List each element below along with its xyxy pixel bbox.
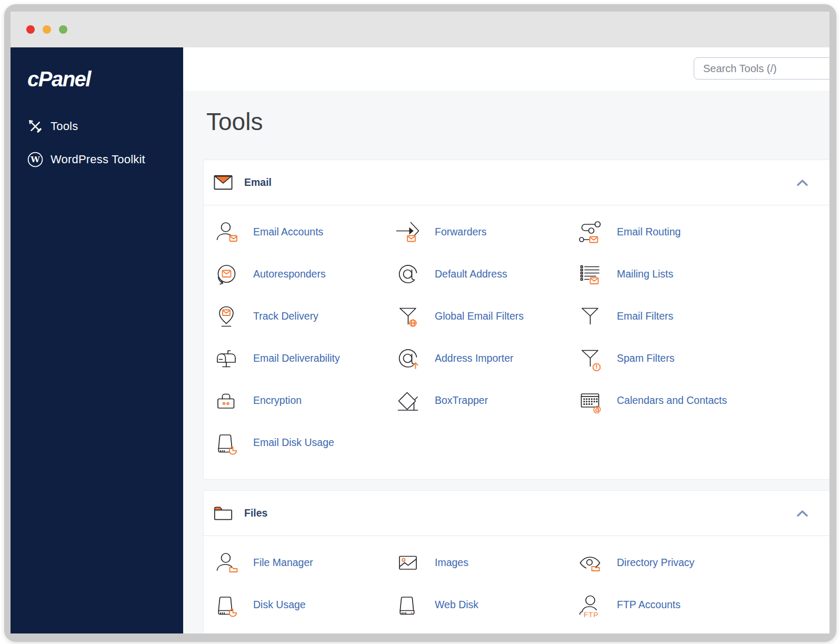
autoresponders-icon [214,262,253,287]
tool-link-disk-usage[interactable]: Disk Usage [214,584,395,626]
collapse-section-button[interactable] [794,508,811,519]
boxtrapper-icon [395,388,435,413]
tool-link-label: Email Filters [617,310,673,322]
main-area: Tools Email Email Accounts Forwarders Em… [183,47,829,633]
sidebar-item-wordpress-toolkit[interactable]: W WordPress Toolkit [27,145,183,174]
traffic-lights [26,25,67,34]
tool-link-file-manager[interactable]: File Manager [214,542,395,584]
tool-link-email-disk-usage[interactable]: Email Disk Usage [214,422,395,464]
files-section-icon [214,506,233,521]
minimize-button[interactable] [43,25,51,34]
search-input[interactable] [694,57,829,80]
chevron-up-icon [796,180,808,188]
tool-link-label: Autoresponders [253,268,326,280]
sidebar-item-label: Tools [51,120,78,133]
tool-link-images[interactable]: Images [395,542,577,584]
tool-link-label: Email Deliverability [253,352,340,364]
tool-link-address-importer[interactable]: Address Importer [395,338,577,380]
spam-filters-icon [577,346,617,371]
tool-link-label: Spam Filters [617,352,674,364]
wordpress-icon: W [27,152,43,167]
tool-link-label: Track Delivery [253,310,318,322]
zoom-button[interactable] [59,25,67,34]
tool-link-directory-privacy[interactable]: Directory Privacy [577,542,829,584]
ftp-accounts-icon: FTP [577,592,617,618]
app-frame: cPanel Tools W WordPress Toolkit Tools E… [11,12,829,633]
close-button[interactable] [26,25,35,34]
file-manager-icon [214,550,253,576]
tool-link-label: Forwarders [435,226,487,238]
disk-usage-icon [214,592,253,618]
sidebar-item-tools[interactable]: Tools [27,112,183,141]
sidebar-item-label: WordPress Toolkit [51,153,145,166]
tool-link-email-accounts[interactable]: Email Accounts [214,211,395,253]
sidebar: cPanel Tools W WordPress Toolkit [11,47,183,633]
browser-window: cPanel Tools W WordPress Toolkit Tools E… [4,4,836,642]
email-filters-icon [577,304,617,329]
section-header: Email [204,160,829,205]
tool-link-label: FTP Accounts [617,599,681,611]
svg-text:W: W [30,154,40,164]
tool-link-label: BoxTrapper [435,394,488,407]
tool-link-default-address[interactable]: Default Address [395,253,577,295]
tool-link-email-routing[interactable]: Email Routing [577,211,829,253]
email-section-icon [214,175,233,190]
tool-link-label: Address Importer [435,352,514,364]
tool-link-label: Mailing Lists [617,268,673,280]
mailing-lists-icon [577,262,617,287]
tool-link-label: Web Disk [435,599,478,611]
email-deliverability-icon [214,346,253,371]
tool-link-email-deliverability[interactable]: Email Deliverability [214,338,395,380]
cpanel-logo: cPanel [27,68,183,90]
tool-link-label: Encryption [253,394,302,407]
tool-link-encryption[interactable]: Encryption [214,380,395,422]
default-address-icon [395,262,435,287]
tool-link-calendars-and-contacts[interactable]: @ Calendars and Contacts [577,380,829,422]
address-importer-icon [395,346,435,371]
chevron-up-icon [796,511,808,519]
tool-link-ftp-accounts[interactable]: FTP FTP Accounts [577,584,829,626]
section-card-email: Email Email Accounts Forwarders Email Ro… [203,160,829,480]
email-routing-icon [577,220,617,245]
app-body: cPanel Tools W WordPress Toolkit Tools E… [11,47,829,633]
email-disk-usage-icon [214,430,253,455]
forwarders-icon [395,220,435,245]
section-title: Files [244,507,267,519]
collapse-section-button[interactable] [794,177,811,189]
tool-link-email-filters[interactable]: Email Filters [577,295,829,338]
global-email-filters-icon [395,304,435,329]
tool-grid: File Manager Images Directory Privacy Di… [204,536,829,633]
tool-link-spam-filters[interactable]: Spam Filters [577,338,829,380]
page-title: Tools [206,108,829,135]
track-delivery-icon [214,304,253,329]
section-header: Files [204,491,829,536]
tool-link-label: File Manager [253,557,313,569]
tool-link-boxtrapper[interactable]: BoxTrapper [395,380,577,422]
tool-link-label: Disk Usage [253,599,306,611]
tool-link-track-delivery[interactable]: Track Delivery [214,295,395,338]
web-disk-icon [395,592,435,618]
sections: Email Email Accounts Forwarders Email Ro… [203,160,829,633]
tool-link-autoresponders[interactable]: Autoresponders [214,253,395,295]
tool-link-web-disk[interactable]: Web Disk [395,584,577,626]
tool-link-label: Email Accounts [253,226,323,238]
tool-link-label: Directory Privacy [617,557,694,569]
titlebar [11,12,829,47]
tool-link-global-email-filters[interactable]: Global Email Filters [395,295,577,338]
email-accounts-icon [214,220,253,245]
directory-privacy-icon [577,550,617,576]
content-scroll: Tools Email Email Accounts Forwarders Em… [183,91,829,633]
main-header [183,47,829,91]
tool-link-label: Global Email Filters [435,310,524,322]
encryption-icon [214,388,253,413]
svg-text:@: @ [593,404,602,414]
tool-link-forwarders[interactable]: Forwarders [395,211,577,253]
tool-link-label: Default Address [435,268,507,280]
section-card-files: Files File Manager Images Directory Priv… [203,490,829,633]
images-icon [395,550,435,576]
tool-link-mailing-lists[interactable]: Mailing Lists [577,253,829,295]
section-title: Email [244,176,272,189]
tools-icon [27,120,43,133]
tool-link-label: Email Routing [617,226,681,238]
sidebar-nav: Tools W WordPress Toolkit [27,112,183,174]
